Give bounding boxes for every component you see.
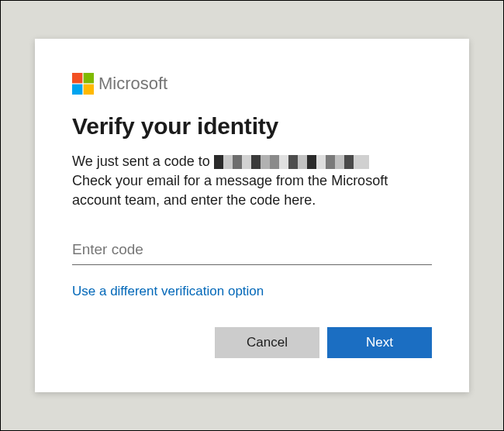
cancel-button[interactable]: Cancel [215,327,319,358]
page-title: Verify your identity [72,113,432,140]
brand-row: Microsoft [72,73,432,95]
svg-rect-0 [72,73,82,83]
code-input[interactable] [72,236,432,265]
microsoft-logo-icon [72,73,94,95]
brand-name: Microsoft [98,74,167,94]
next-button[interactable]: Next [327,327,432,358]
description-prefix: We just sent a code to [72,153,214,169]
description-rest: Check your email for a message from the … [72,173,388,208]
redacted-email [214,155,369,169]
button-row: Cancel Next [72,327,432,358]
verify-identity-card: Microsoft Verify your identity We just s… [35,39,469,393]
svg-rect-3 [84,84,94,94]
different-verification-link[interactable]: Use a different verification option [72,284,264,299]
svg-rect-1 [84,73,94,83]
svg-rect-2 [72,84,82,94]
description-text: We just sent a code to Check your email … [72,152,432,211]
